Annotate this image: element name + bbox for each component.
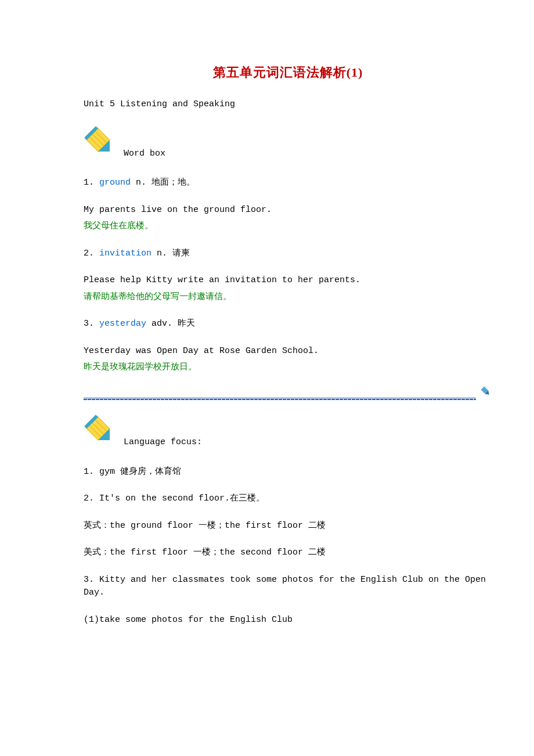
example-en-3: Yesterday was Open Day at Rose Garden Sc… (84, 345, 492, 358)
lf-item-6: (1)take some photos for the English Club (84, 614, 492, 627)
definition: adv. 昨天 (146, 319, 195, 329)
pencil-icon (84, 414, 116, 452)
headword: invitation (99, 249, 151, 258)
entry-number: 3. (84, 319, 99, 329)
language-focus-label: Language focus: (124, 436, 202, 449)
page-title: 第五单元词汇语法解析(1) (84, 63, 492, 82)
lf-item-5: 3. Kitty and her classmates took some ph… (84, 574, 492, 600)
example-cn-1: 我父母住在底楼。 (84, 220, 492, 233)
lf-item-4: 美式：the first floor 一楼；the second floor 二… (84, 546, 492, 560)
document-page: 第五单元词汇语法解析(1) Unit 5 Listening and Speak… (0, 0, 534, 756)
example-cn-3: 昨天是玫瑰花园学校开放日。 (84, 361, 492, 375)
section-divider (84, 385, 492, 401)
lf-item-2: 2. It's on the second floor.在三楼。 (84, 492, 492, 506)
word-entry-1: 1. ground n. 地面；地。 (84, 177, 492, 190)
wavy-line-icon (84, 397, 476, 400)
word-box-label: Word box (124, 147, 165, 161)
lf-item-1: 1. gym 健身房，体育馆 (84, 466, 492, 479)
example-en-2: Please help Kitty write an invitation to… (84, 274, 492, 287)
headword: ground (99, 178, 131, 188)
definition: n. 地面；地。 (131, 178, 195, 188)
definition: n. 请柬 (151, 249, 190, 258)
word-entry-2: 2. invitation n. 请柬 (84, 247, 492, 261)
entry-number: 2. (84, 249, 99, 258)
entry-number: 1. (84, 178, 99, 188)
small-pencil-icon (479, 385, 492, 403)
example-cn-2: 请帮助基蒂给他的父母写一封邀请信。 (84, 291, 492, 304)
word-box-heading: Word box (84, 125, 492, 163)
pencil-icon (84, 125, 116, 163)
word-entry-3: 3. yesterday adv. 昨天 (84, 318, 492, 331)
example-en-1: My parents live on the ground floor. (84, 204, 492, 217)
subtitle: Unit 5 Listening and Speaking (84, 98, 492, 111)
headword: yesterday (99, 319, 146, 329)
language-focus-heading: Language focus: (84, 414, 492, 452)
lf-item-3: 英式：the ground floor 一楼；the first floor 二… (84, 520, 492, 533)
